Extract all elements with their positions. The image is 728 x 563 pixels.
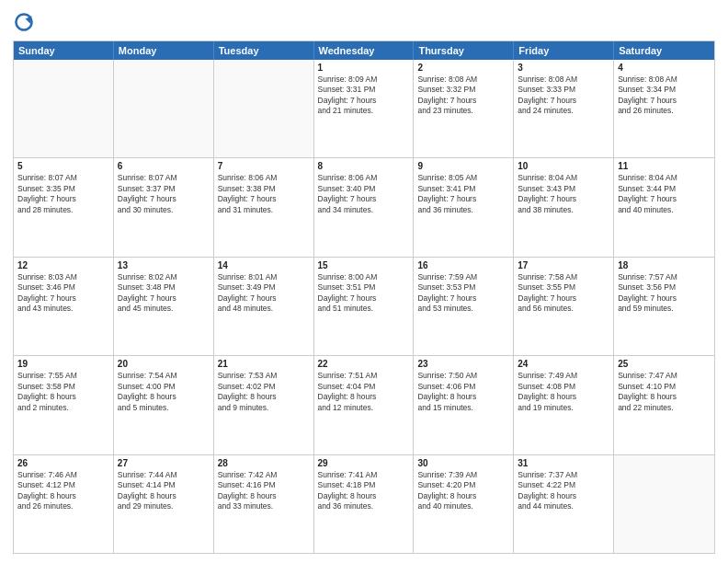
day-cell-7: 7Sunrise: 8:06 AM Sunset: 3:38 PM Daylig… [214,158,314,256]
day-info: Sunrise: 7:50 AM Sunset: 4:06 PM Dayligh… [417,371,509,413]
day-number: 4 [618,63,711,73]
day-number: 28 [218,458,310,468]
weekday-header-monday: Monday [114,41,214,60]
calendar: SundayMondayTuesdayWednesdayThursdayFrid… [13,40,715,554]
day-number: 12 [17,260,109,270]
calendar-row-4: 19Sunrise: 7:55 AM Sunset: 3:58 PM Dayli… [14,355,714,454]
day-cell-30: 30Sunrise: 7:39 AM Sunset: 4:20 PM Dayli… [414,455,514,553]
day-number: 8 [318,161,410,171]
day-number: 17 [518,260,609,270]
day-cell-14: 14Sunrise: 8:01 AM Sunset: 3:49 PM Dayli… [214,258,314,355]
day-number: 26 [17,458,109,468]
day-info: Sunrise: 8:04 AM Sunset: 3:43 PM Dayligh… [518,173,609,215]
weekday-header-tuesday: Tuesday [214,41,314,60]
day-number: 29 [318,458,410,468]
day-cell-29: 29Sunrise: 7:41 AM Sunset: 4:18 PM Dayli… [314,455,415,553]
day-number: 6 [118,161,210,171]
day-info: Sunrise: 7:47 AM Sunset: 4:10 PM Dayligh… [618,371,711,413]
calendar-row-2: 5Sunrise: 8:07 AM Sunset: 3:35 PM Daylig… [14,157,714,256]
day-cell-8: 8Sunrise: 8:06 AM Sunset: 3:40 PM Daylig… [314,158,415,256]
day-info: Sunrise: 7:59 AM Sunset: 3:53 PM Dayligh… [417,272,509,315]
day-info: Sunrise: 8:00 AM Sunset: 3:51 PM Dayligh… [318,272,410,315]
day-cell-5: 5Sunrise: 8:07 AM Sunset: 3:35 PM Daylig… [14,158,114,256]
day-info: Sunrise: 8:07 AM Sunset: 3:35 PM Dayligh… [17,173,109,215]
day-number: 5 [17,161,109,171]
day-number: 2 [417,63,509,73]
day-number: 1 [318,63,410,73]
day-cell-27: 27Sunrise: 7:44 AM Sunset: 4:14 PM Dayli… [114,455,214,553]
day-cell-22: 22Sunrise: 7:51 AM Sunset: 4:04 PM Dayli… [314,356,415,454]
day-info: Sunrise: 7:53 AM Sunset: 4:02 PM Dayligh… [218,371,310,413]
day-number: 9 [417,161,509,171]
empty-cell [614,455,714,553]
day-number: 19 [17,359,109,369]
weekday-header-thursday: Thursday [414,41,514,60]
day-info: Sunrise: 8:09 AM Sunset: 3:31 PM Dayligh… [318,75,410,117]
day-info: Sunrise: 8:08 AM Sunset: 3:34 PM Dayligh… [618,75,711,117]
day-cell-11: 11Sunrise: 8:04 AM Sunset: 3:44 PM Dayli… [614,158,714,256]
day-info: Sunrise: 8:02 AM Sunset: 3:48 PM Dayligh… [118,272,210,315]
day-number: 3 [518,63,609,73]
day-info: Sunrise: 8:03 AM Sunset: 3:46 PM Dayligh… [17,272,109,315]
day-cell-17: 17Sunrise: 7:58 AM Sunset: 3:55 PM Dayli… [514,258,614,355]
day-info: Sunrise: 8:01 AM Sunset: 3:49 PM Dayligh… [218,272,310,315]
weekday-header-sunday: Sunday [14,41,114,60]
day-number: 22 [318,359,410,369]
day-cell-15: 15Sunrise: 8:00 AM Sunset: 3:51 PM Dayli… [314,258,415,355]
day-number: 31 [518,458,609,468]
day-number: 14 [218,260,310,270]
day-cell-20: 20Sunrise: 7:54 AM Sunset: 4:00 PM Dayli… [114,356,214,454]
day-cell-25: 25Sunrise: 7:47 AM Sunset: 4:10 PM Dayli… [614,356,714,454]
day-info: Sunrise: 8:06 AM Sunset: 3:38 PM Dayligh… [218,173,310,215]
day-info: Sunrise: 8:04 AM Sunset: 3:44 PM Dayligh… [618,173,711,215]
calendar-row-1: 1Sunrise: 8:09 AM Sunset: 3:31 PM Daylig… [14,60,714,157]
weekday-header-wednesday: Wednesday [314,41,415,60]
calendar-header: SundayMondayTuesdayWednesdayThursdayFrid… [14,41,714,60]
day-info: Sunrise: 8:07 AM Sunset: 3:37 PM Dayligh… [118,173,210,215]
day-cell-24: 24Sunrise: 7:49 AM Sunset: 4:08 PM Dayli… [514,356,614,454]
day-cell-18: 18Sunrise: 7:57 AM Sunset: 3:56 PM Dayli… [614,258,714,355]
day-cell-28: 28Sunrise: 7:42 AM Sunset: 4:16 PM Dayli… [214,455,314,553]
day-cell-9: 9Sunrise: 8:05 AM Sunset: 3:41 PM Daylig… [414,158,514,256]
day-info: Sunrise: 8:08 AM Sunset: 3:33 PM Dayligh… [518,75,609,117]
day-cell-4: 4Sunrise: 8:08 AM Sunset: 3:34 PM Daylig… [614,60,714,157]
day-info: Sunrise: 7:39 AM Sunset: 4:20 PM Dayligh… [417,470,509,512]
day-number: 24 [518,359,609,369]
day-cell-2: 2Sunrise: 8:08 AM Sunset: 3:32 PM Daylig… [414,60,514,157]
weekday-header-saturday: Saturday [614,41,714,60]
day-number: 25 [618,359,711,369]
day-info: Sunrise: 7:55 AM Sunset: 3:58 PM Dayligh… [17,371,109,413]
day-info: Sunrise: 7:46 AM Sunset: 4:12 PM Dayligh… [17,470,109,512]
day-info: Sunrise: 7:49 AM Sunset: 4:08 PM Dayligh… [518,371,609,413]
empty-cell [214,60,314,157]
header [13,11,715,33]
empty-cell [14,60,114,157]
day-cell-12: 12Sunrise: 8:03 AM Sunset: 3:46 PM Dayli… [14,258,114,355]
day-cell-23: 23Sunrise: 7:50 AM Sunset: 4:06 PM Dayli… [414,356,514,454]
day-number: 11 [618,161,711,171]
day-cell-13: 13Sunrise: 8:02 AM Sunset: 3:48 PM Dayli… [114,258,214,355]
empty-cell [114,60,214,157]
day-cell-16: 16Sunrise: 7:59 AM Sunset: 3:53 PM Dayli… [414,258,514,355]
weekday-header-friday: Friday [514,41,614,60]
logo [13,11,39,33]
day-info: Sunrise: 7:51 AM Sunset: 4:04 PM Dayligh… [318,371,410,413]
day-cell-21: 21Sunrise: 7:53 AM Sunset: 4:02 PM Dayli… [214,356,314,454]
day-info: Sunrise: 8:06 AM Sunset: 3:40 PM Dayligh… [318,173,410,215]
day-cell-31: 31Sunrise: 7:37 AM Sunset: 4:22 PM Dayli… [514,455,614,553]
day-info: Sunrise: 7:42 AM Sunset: 4:16 PM Dayligh… [218,470,310,512]
day-number: 10 [518,161,609,171]
logo-icon [13,11,35,33]
day-info: Sunrise: 7:37 AM Sunset: 4:22 PM Dayligh… [518,470,609,512]
day-info: Sunrise: 7:54 AM Sunset: 4:00 PM Dayligh… [118,371,210,413]
day-info: Sunrise: 7:57 AM Sunset: 3:56 PM Dayligh… [618,272,711,315]
day-info: Sunrise: 8:05 AM Sunset: 3:41 PM Dayligh… [417,173,509,215]
day-cell-26: 26Sunrise: 7:46 AM Sunset: 4:12 PM Dayli… [14,455,114,553]
day-cell-3: 3Sunrise: 8:08 AM Sunset: 3:33 PM Daylig… [514,60,614,157]
day-number: 18 [618,260,711,270]
day-number: 13 [118,260,210,270]
day-info: Sunrise: 7:44 AM Sunset: 4:14 PM Dayligh… [118,470,210,512]
day-cell-6: 6Sunrise: 8:07 AM Sunset: 3:37 PM Daylig… [114,158,214,256]
calendar-row-3: 12Sunrise: 8:03 AM Sunset: 3:46 PM Dayli… [14,257,714,355]
day-cell-10: 10Sunrise: 8:04 AM Sunset: 3:43 PM Dayli… [514,158,614,256]
